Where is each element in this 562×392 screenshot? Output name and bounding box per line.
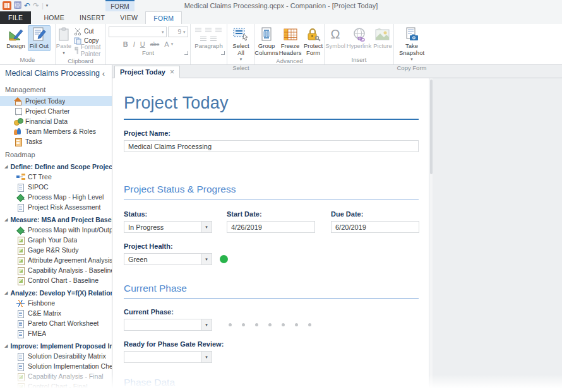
format-painter-icon (74, 47, 78, 54)
tab-file[interactable]: FILE (0, 11, 31, 24)
expander-icon[interactable]: ◢ (4, 164, 8, 169)
expander-icon[interactable]: ◢ (4, 343, 8, 348)
sidebar-item-process-map-with-input-output-details[interactable]: Process Map with Input/Output Details (0, 225, 112, 235)
sidebar-item-label: Project Today (25, 97, 65, 105)
tab-form[interactable]: FORM (145, 11, 182, 24)
freeze-headers-button[interactable]: Freeze Headers (278, 25, 302, 57)
sidebar-collapse-button[interactable]: ‹ (100, 69, 107, 78)
sidebar-item-tasks[interactable]: Tasks (0, 136, 112, 146)
sidebar-item-graph-your-data[interactable]: Graph Your Data (0, 235, 112, 245)
picture-label: Picture (373, 43, 392, 50)
design-icon (8, 27, 24, 42)
sidebar-item-fmea[interactable]: FMEA (0, 328, 112, 338)
sidebar-item-sipoc[interactable]: SIPOC (0, 182, 112, 192)
sidebar-item-attribute-agreement-analysis[interactable]: Attribute Agreement Analysis (0, 255, 112, 265)
sidebar-item-label: C&E Matrix (28, 309, 61, 317)
sidebar-item-label: FMEA (28, 330, 46, 337)
sidebar-item-fishbone[interactable]: Fishbone (0, 298, 112, 308)
window-title: Medical Claims Processing.qcpx - Compani… (0, 2, 562, 9)
sidebar-item-solution-desirability-matrix[interactable]: Solution Desirability Matrix (0, 351, 112, 361)
sidebar-item-capability-analysis-baseline[interactable]: Capability Analysis - Baseline (0, 265, 112, 275)
ribbon-group-paragraph: Paragraph (191, 24, 227, 64)
ready-for-review-dropdown[interactable]: ▾ (124, 351, 212, 363)
tasks-icon (14, 138, 23, 146)
font-size-select: 9▾ (168, 27, 188, 37)
qat-separator: | (42, 3, 44, 9)
sidebar-item-capability-analysis-final[interactable]: Capability Analysis - Final (0, 371, 112, 381)
doc-icon (16, 330, 25, 338)
undo-button[interactable]: ↶ (24, 2, 30, 9)
project-name-label: Project Name: (124, 129, 419, 137)
document-tab-project-today[interactable]: Project Today × (114, 66, 180, 78)
sidebar-item-process-map-high-level[interactable]: Process Map - High Level (0, 192, 112, 202)
design-button[interactable]: Design (4, 25, 27, 51)
expander-icon[interactable]: ◢ (4, 217, 8, 222)
dropdown-arrow-icon[interactable]: ▾ (201, 222, 212, 232)
tab-insert[interactable]: INSERT (72, 11, 112, 24)
sidebar-item-pareto-chart-worksheet[interactable]: Pareto Chart Worksheet (0, 318, 112, 328)
group-label-advanced: Advanced (255, 57, 324, 65)
sidebar-phase-header-measure[interactable]: ◢Measure: MSA and Project Baseline (0, 214, 112, 225)
dropdown-arrow-icon[interactable]: ▾ (201, 352, 212, 362)
tab-view[interactable]: VIEW (112, 11, 145, 24)
charter-icon (14, 107, 23, 116)
save-button[interactable] (14, 1, 21, 10)
group-label-copy-form: Copy Form (394, 64, 429, 72)
sidebar-item-label: Gage R&R Study (28, 246, 79, 254)
select-all-button[interactable]: Select All▾ (227, 25, 254, 64)
sidebar-item-financial-data[interactable]: Financial Data (0, 116, 112, 126)
close-tab-icon[interactable]: × (170, 69, 174, 75)
symbol-button: Ω Symbol (325, 25, 346, 51)
sidebar-item-project-charter[interactable]: Project Charter (0, 106, 112, 116)
scrollbar-thumb[interactable] (430, 80, 433, 174)
status-dropdown[interactable]: In Progress ▾ (124, 221, 212, 233)
sidebar-item-solution-implementation-checklist[interactable]: Solution Implementation Checklist (0, 361, 112, 371)
dropdown-arrow-icon[interactable]: ▾ (201, 319, 212, 330)
group-columns-button[interactable]: Group Columns (255, 25, 278, 57)
sidebar-item-control-chart-final[interactable]: Control Chart - Final (0, 381, 112, 391)
ribbon-group-mode: Design Fill Out Mode (0, 24, 56, 64)
symbol-icon: Ω (331, 27, 340, 42)
sidebar-item-project-today[interactable]: Project Today (0, 96, 112, 106)
protect-form-button[interactable]: Protect Form (302, 25, 324, 57)
cut-label: Cut (84, 28, 94, 35)
qat-options-button[interactable]: ▾ (46, 3, 49, 8)
section-heading-phase-data: Phase Data (124, 377, 419, 392)
contextual-tab-group-label: FORM (105, 0, 135, 11)
vertical-scrollbar[interactable] (429, 78, 433, 392)
protect-form-icon (306, 27, 321, 42)
doc-icon (16, 352, 25, 360)
project-health-dropdown[interactable]: Green ▾ (124, 253, 212, 265)
sidebar-item-label: SIPOC (28, 183, 49, 191)
expander-icon[interactable]: ◢ (4, 290, 8, 295)
tab-home[interactable]: HOME (36, 11, 72, 24)
phase-milestone-dot (242, 323, 245, 326)
due-date-label: Due Date: (331, 210, 419, 218)
dropdown-arrow-icon[interactable]: ▾ (201, 254, 212, 264)
start-date-input[interactable] (227, 221, 315, 233)
font-dialog-launcher (184, 51, 188, 55)
project-name-input[interactable] (124, 140, 419, 152)
sidebar-phase-header-analyze[interactable]: ◢Analyze: Develop Y=f(X) Relationship (0, 287, 112, 298)
sidebar-item-c-e-matrix[interactable]: C&E Matrix (0, 308, 112, 318)
mtb-icon (16, 256, 25, 264)
mtb-icon (16, 276, 25, 285)
format-painter-button: Format Painter (73, 45, 105, 55)
doc-icon (16, 183, 25, 191)
group-columns-label: Group Columns (254, 43, 278, 56)
cut-button[interactable]: Cut (73, 27, 105, 36)
sidebar-item-gage-r-r-study[interactable]: Gage R&R Study (0, 245, 112, 255)
fill-out-button[interactable]: Fill Out (28, 25, 51, 51)
sidebar-item-project-risk-assessment[interactable]: Project Risk Assessment (0, 202, 112, 212)
sidebar-item-team-members-roles[interactable]: Team Members & Roles (0, 126, 112, 136)
current-phase-dropdown[interactable]: ▾ (124, 319, 212, 331)
sidebar-phase-header-improve[interactable]: ◢Improve: Implement Proposed Improvement… (0, 340, 112, 351)
sidebar-item-ct-tree[interactable]: CT Tree (0, 172, 112, 182)
design-label: Design (6, 43, 25, 50)
take-snapshot-label: Take Snapshot (396, 43, 427, 56)
form-title-rule (124, 119, 419, 120)
due-date-input[interactable] (331, 221, 419, 233)
take-snapshot-button[interactable]: Take Snapshot▾ (394, 25, 429, 64)
sidebar-item-control-chart-baseline[interactable]: Control Chart - Baseline (0, 275, 112, 285)
sidebar-phase-header-define[interactable]: ◢Define: Define and Scope Project (0, 161, 112, 172)
